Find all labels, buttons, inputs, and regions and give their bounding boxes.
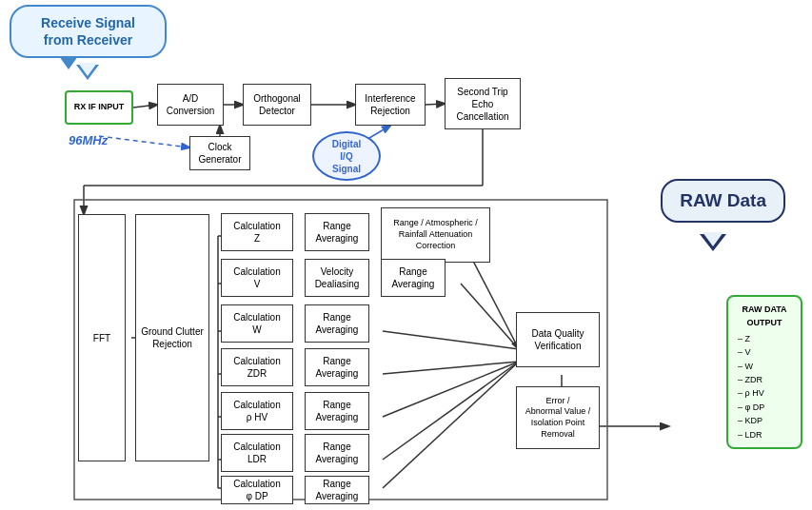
svg-line-0	[133, 105, 157, 108]
receive-signal-text: Receive Signal from Receiver	[41, 15, 135, 48]
range-avg-phi-label: RangeAveraging	[316, 478, 359, 502]
fft-label: FFT	[93, 332, 110, 344]
svg-line-3	[426, 104, 445, 105]
range-avg-v-box: RangeAveraging	[381, 259, 446, 297]
calc-z-label: CalculationZ	[233, 220, 280, 245]
rx-if-input-box: RX IF INPUT	[65, 90, 133, 125]
svg-line-4	[99, 136, 189, 147]
calc-rho-label: Calculationρ HV	[233, 399, 280, 423]
bubble-tail-inner	[78, 63, 97, 76]
error-removal-label: Error /Abnormal Value /Isolation PointRe…	[525, 396, 590, 441]
range-avg-rho-box: RangeAveraging	[305, 392, 369, 430]
range-avg-zdr-label: RangeAveraging	[316, 355, 359, 380]
ground-clutter-box: Ground ClutterRejection	[135, 214, 209, 461]
range-avg-z-box: RangeAveraging	[305, 213, 369, 251]
svg-line-32	[383, 362, 519, 417]
range-avg-z-label: RangeAveraging	[316, 220, 359, 245]
svg-line-34	[383, 362, 519, 488]
range-atmos-label: Range / Atmospheric /Rainfall Attenuatio…	[393, 218, 478, 251]
svg-line-33	[383, 362, 519, 460]
calc-z-box: CalculationZ	[221, 213, 293, 251]
raw-bubble-tail-inner	[703, 232, 723, 246]
raw-data-bubble: RAW Data	[661, 179, 785, 223]
clock-generator-box: ClockGenerator	[189, 136, 250, 170]
calc-phi-box: Calculationφ DP	[221, 476, 293, 504]
raw-data-output-title: RAW DATAOUTPUT	[738, 303, 791, 330]
second-trip-echo-box: Second TripEchoCancellation	[445, 78, 521, 129]
svg-line-29	[461, 284, 519, 349]
calc-w-label: CalculationW	[233, 311, 280, 336]
error-removal-box: Error /Abnormal Value /Isolation PointRe…	[516, 386, 600, 449]
svg-line-31	[383, 362, 519, 374]
rx-if-input-label: RX IF INPUT	[74, 102, 125, 113]
calc-zdr-label: CalculationZDR	[233, 355, 280, 380]
svg-line-30	[383, 331, 519, 349]
range-avg-w-box: RangeAveraging	[305, 304, 369, 343]
interference-rejection-box: InterferenceRejection	[355, 84, 426, 126]
range-avg-phi-box: RangeAveraging	[305, 476, 369, 504]
receive-signal-bubble: Receive Signal from Receiver	[10, 5, 167, 58]
second-trip-echo-label: Second TripEchoCancellation	[456, 86, 508, 123]
velocity-dealiasing-label: VelocityDealiasing	[315, 265, 360, 290]
range-avg-ldr-label: RangeAveraging	[316, 441, 359, 465]
clock-generator-label: ClockGenerator	[198, 141, 241, 166]
calc-ldr-label: CalculationLDR	[233, 441, 280, 465]
ad-conversion-box: A/DConversion	[157, 84, 224, 126]
calc-v-box: CalculationV	[221, 259, 293, 297]
range-avg-rho-label: RangeAveraging	[316, 399, 359, 423]
range-avg-zdr-box: RangeAveraging	[305, 348, 369, 386]
range-avg-ldr-box: RangeAveraging	[305, 434, 369, 472]
interference-rejection-label: InterferenceRejection	[365, 92, 415, 117]
calc-phi-label: Calculationφ DP	[233, 478, 280, 502]
raw-data-output-box: RAW DATAOUTPUT – Z– V– W– ZDR– ρ HV– φ D…	[726, 295, 802, 449]
digital-iq-signal-box: DigitalI/QSignal	[312, 131, 381, 181]
data-quality-box: Data QualityVerification	[516, 312, 600, 367]
velocity-dealiasing-box: VelocityDealiasing	[305, 259, 369, 297]
calc-ldr-box: CalculationLDR	[221, 434, 293, 472]
calc-zdr-box: CalculationZDR	[221, 348, 293, 386]
orthogonal-detector-label: OrthogonalDetector	[253, 92, 300, 117]
diagram: Receive Signal from Receiver RX IF INPUT…	[0, 0, 812, 510]
raw-data-label: RAW Data	[680, 190, 766, 210]
calc-w-box: CalculationW	[221, 304, 293, 343]
calc-rho-box: Calculationρ HV	[221, 392, 293, 430]
range-avg-w-label: RangeAveraging	[316, 311, 359, 336]
freq-label: 96MHz	[69, 133, 108, 147]
calc-v-label: CalculationV	[233, 265, 280, 290]
ad-conversion-label: A/DConversion	[167, 92, 215, 117]
orthogonal-detector-box: OrthogonalDetector	[243, 84, 311, 126]
ground-clutter-label: Ground ClutterRejection	[141, 325, 204, 350]
digital-iq-label: DigitalI/QSignal	[332, 138, 362, 175]
range-atmos-box: Range / Atmospheric /Rainfall Attenuatio…	[381, 207, 490, 263]
fft-box: FFT	[78, 214, 126, 461]
raw-data-output-items: – Z– V– W– ZDR– ρ HV– φ DP– KDP– LDR	[738, 332, 791, 441]
data-quality-label: Data QualityVerification	[531, 327, 584, 352]
range-avg-v-label: RangeAveraging	[392, 265, 435, 290]
